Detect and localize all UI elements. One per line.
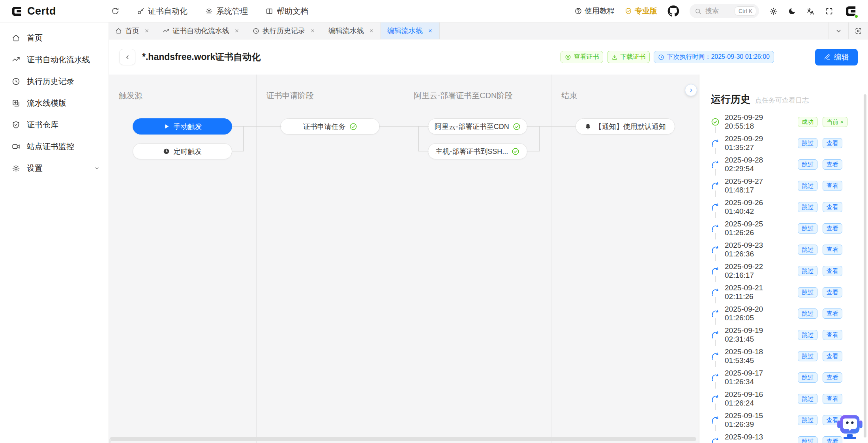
avatar[interactable] xyxy=(844,4,858,19)
gear-icon[interactable] xyxy=(769,7,778,15)
sidebar-item[interactable]: 流水线模版 xyxy=(0,92,109,114)
history-item[interactable]: 2025-09-27 01:48:17 跳过 查看 xyxy=(699,175,868,196)
main-area: 首页 证书自动化流水线 执行历史记录 编辑流水线 xyxy=(109,22,868,443)
horizontal-scrollbar[interactable] xyxy=(110,437,696,441)
scan-icon[interactable] xyxy=(848,22,868,39)
shield-icon xyxy=(12,121,20,129)
moon-icon[interactable] xyxy=(788,7,796,15)
history-item[interactable]: 2025-09-21 02:11:26 跳过 查看 xyxy=(699,282,868,303)
history-action-tag[interactable]: 查看 xyxy=(823,181,842,191)
tab[interactable]: 执行历史记录 xyxy=(246,22,322,39)
pro-version-link[interactable]: 专业版 xyxy=(625,6,657,16)
history-item[interactable]: 2025-09-18 01:53:45 跳过 查看 xyxy=(699,346,868,367)
close-icon[interactable] xyxy=(310,28,315,34)
skip-icon xyxy=(711,352,720,361)
history-item[interactable]: 2025-09-26 01:40:42 跳过 查看 xyxy=(699,196,868,218)
history-action-tag[interactable]: 查看 xyxy=(823,245,842,255)
tab-label: 执行历史记录 xyxy=(262,26,305,36)
pipeline-node[interactable]: 【通知】使用默认通知 xyxy=(576,118,675,135)
history-item[interactable]: 2025-09-23 01:26:36 跳过 查看 xyxy=(699,239,868,260)
header-badges: 查看证书 下载证书 下次执行时间：2025-09-30 01:26:00 xyxy=(561,51,774,63)
history-icon xyxy=(253,28,259,34)
brand[interactable]: Certd xyxy=(11,5,56,17)
play-icon xyxy=(163,123,170,130)
history-item[interactable]: 2025-09-25 01:26:26 跳过 查看 xyxy=(699,218,868,239)
topbar-nav-item[interactable]: 系统管理 xyxy=(205,6,248,17)
history-action-tag[interactable]: 查看 xyxy=(823,351,842,362)
vertical-scrollbar[interactable] xyxy=(864,94,866,437)
history-action-tag[interactable]: 查看 xyxy=(823,308,842,319)
sidebar-item[interactable]: 站点证书监控 xyxy=(0,136,109,157)
history-item[interactable]: 2025-09-16 01:26:24 跳过 查看 xyxy=(699,388,868,409)
history-action-tag[interactable]: 查看 xyxy=(823,287,842,298)
history-action-tag[interactable]: 查看 xyxy=(823,266,842,277)
tab[interactable]: 编辑流水线 xyxy=(381,22,440,39)
history-item[interactable]: 2025-09-20 01:26:05 跳过 查看 xyxy=(699,303,868,324)
pipeline-node[interactable]: 证书申请任务 xyxy=(280,118,380,135)
sidebar-item[interactable]: 首页 xyxy=(0,27,109,49)
history-status-tag: 跳过 xyxy=(798,159,817,170)
pipeline-node[interactable]: 定时触发 xyxy=(133,143,232,159)
run-history-title: 运行历史 xyxy=(711,93,750,106)
expand-history-button[interactable] xyxy=(685,84,697,96)
tab[interactable]: 首页 xyxy=(109,22,156,39)
fullscreen-icon[interactable] xyxy=(825,7,833,15)
stage-nodes: 证书申请任务 xyxy=(257,118,404,135)
gear-icon xyxy=(205,7,213,15)
history-status-tag: 跳过 xyxy=(798,394,817,404)
pipeline-node[interactable]: 阿里云-部署证书至CDN xyxy=(428,118,527,135)
chevron-down-icon[interactable] xyxy=(829,22,848,39)
tab[interactable]: 编辑流水线 xyxy=(322,22,381,39)
pipeline-node[interactable]: 主机-部署证书到SSH... xyxy=(428,143,527,159)
page-title: *.handsfree.work证书自动化 xyxy=(142,51,261,63)
search-box[interactable]: Ctrl K xyxy=(690,4,759,18)
tab[interactable]: 证书自动化流水线 xyxy=(156,22,246,39)
stage-nodes: 手动触发 定时触发 xyxy=(109,118,256,159)
sidebar-item[interactable]: 证书自动化流水线 xyxy=(0,49,109,71)
close-icon[interactable] xyxy=(369,28,374,34)
history-action-tag[interactable]: 查看 xyxy=(823,330,842,340)
topbar-nav-item[interactable]: 证书自动化 xyxy=(137,6,187,17)
back-button[interactable] xyxy=(119,49,135,65)
skip-icon xyxy=(711,245,720,254)
view-cert-button[interactable]: 查看证书 xyxy=(561,51,603,63)
edit-button[interactable]: 编辑 xyxy=(815,49,858,65)
history-item[interactable]: 2025-09-19 02:31:45 跳过 查看 xyxy=(699,324,868,346)
sidebar-item[interactable]: 设置 xyxy=(0,157,109,179)
history-item[interactable]: 2025-09-22 02:16:17 跳过 查看 xyxy=(699,260,868,282)
download-cert-button[interactable]: 下载证书 xyxy=(607,51,650,63)
history-action-tag[interactable]: 查看 xyxy=(823,394,842,404)
skip-icon xyxy=(711,331,720,339)
history-item[interactable]: 2025-09-29 01:35:27 跳过 查看 xyxy=(699,133,868,154)
history-action-tag[interactable]: 查看 xyxy=(823,372,842,383)
history-action-tag[interactable]: 查看 xyxy=(823,223,842,234)
refresh-icon[interactable] xyxy=(111,7,119,15)
check-circle-icon xyxy=(349,123,357,131)
search-input[interactable] xyxy=(705,7,731,15)
assistant-robot-icon[interactable] xyxy=(836,415,863,440)
sidebar-item[interactable]: 执行历史记录 xyxy=(0,71,109,92)
history-status-tag: 跳过 xyxy=(798,223,817,234)
certd-logo-icon xyxy=(11,5,23,17)
close-icon[interactable] xyxy=(234,28,240,34)
close-icon[interactable] xyxy=(427,28,433,34)
history-item[interactable]: 2025-09-28 02:29:54 跳过 查看 xyxy=(699,154,868,175)
topbar-nav-item[interactable]: 帮助文档 xyxy=(266,6,308,17)
history-action-tag[interactable]: 查看 xyxy=(823,159,842,170)
history-action-tag[interactable]: 查看 xyxy=(823,138,842,149)
translate-icon[interactable] xyxy=(806,7,815,15)
history-action-tag[interactable]: 当前 × xyxy=(823,117,847,127)
pipeline-node[interactable]: 手动触发 xyxy=(133,118,232,135)
history-item[interactable]: 2025-09-17 01:26:34 跳过 查看 xyxy=(699,367,868,388)
tutorial-link[interactable]: 使用教程 xyxy=(575,6,615,16)
history-item-time: 2025-09-15 01:26:39 xyxy=(725,411,793,429)
topbar-nav-label: 帮助文档 xyxy=(277,6,308,17)
history-status-tag: 跳过 xyxy=(798,245,817,255)
close-icon[interactable] xyxy=(144,28,150,34)
history-action-tag[interactable]: 查看 xyxy=(823,202,842,213)
sidebar-item[interactable]: 证书仓库 xyxy=(0,114,109,136)
history-item-time: 2025-09-21 02:11:26 xyxy=(725,284,793,301)
history-item[interactable]: 2025-09-29 20:55:18 成功 当前 × xyxy=(699,111,868,133)
home-icon xyxy=(12,34,20,42)
github-icon[interactable] xyxy=(667,5,679,17)
